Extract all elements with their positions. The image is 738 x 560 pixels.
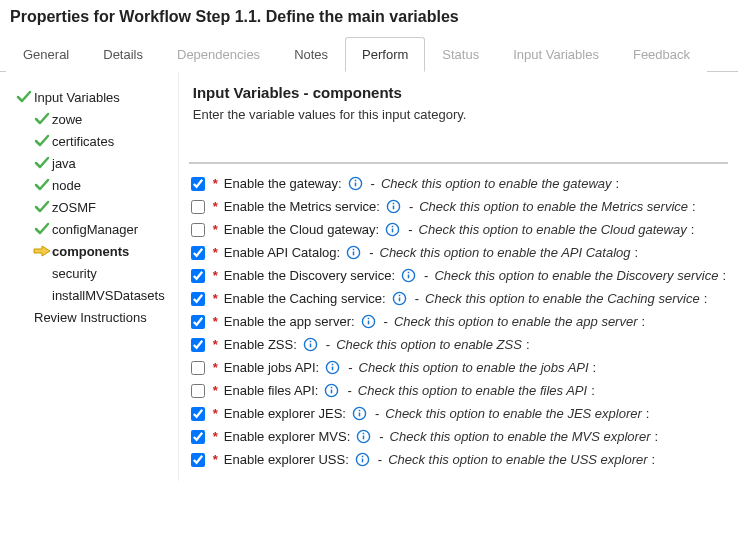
option-hint: Check this option to enable the Caching … xyxy=(425,291,700,306)
info-icon[interactable] xyxy=(325,360,340,375)
required-indicator: * xyxy=(213,199,218,214)
hint-tail: : xyxy=(646,406,650,421)
tab-status: Status xyxy=(425,37,496,72)
option-checkbox[interactable] xyxy=(191,338,205,352)
option-checkbox[interactable] xyxy=(191,269,205,283)
option-checkbox[interactable] xyxy=(191,177,205,191)
hint-tail: : xyxy=(652,452,656,467)
info-icon[interactable] xyxy=(361,314,376,329)
option-hint: Check this option to enable the Metrics … xyxy=(419,199,688,214)
info-icon[interactable] xyxy=(392,291,407,306)
sidebar-item-label: java xyxy=(52,156,76,171)
svg-rect-17 xyxy=(398,295,400,297)
info-icon[interactable] xyxy=(324,383,339,398)
check-icon xyxy=(14,89,34,105)
sidebar-item-input-variables[interactable]: Input Variables xyxy=(14,86,170,108)
info-icon[interactable] xyxy=(303,337,318,352)
info-icon[interactable] xyxy=(355,452,370,467)
sidebar-item-node[interactable]: node xyxy=(14,174,170,196)
sidebar-item-certificates[interactable]: certificates xyxy=(14,130,170,152)
info-icon[interactable] xyxy=(348,176,363,191)
hint-tail: : xyxy=(722,268,726,283)
required-indicator: * xyxy=(213,383,218,398)
option-hint: Check this option to enable the Discover… xyxy=(434,268,718,283)
tab-perform[interactable]: Perform xyxy=(345,37,425,72)
sidebar-item-java[interactable]: java xyxy=(14,152,170,174)
option-checkbox[interactable] xyxy=(191,453,205,467)
sidebar-item-configmanager[interactable]: configManager xyxy=(14,218,170,240)
sidebar-item-label: node xyxy=(52,178,81,193)
required-indicator: * xyxy=(213,291,218,306)
tab-details[interactable]: Details xyxy=(86,37,160,72)
option-label: Enable the Discovery service: xyxy=(224,268,395,283)
arrow-right-icon xyxy=(32,244,52,258)
separator: - xyxy=(369,245,373,260)
check-icon xyxy=(32,133,52,149)
tab-notes[interactable]: Notes xyxy=(277,37,345,72)
option-checkbox[interactable] xyxy=(191,200,205,214)
info-icon[interactable] xyxy=(352,406,367,421)
sidebar-item-security[interactable]: security xyxy=(14,262,170,284)
option-row: *Enable explorer JES:-Check this option … xyxy=(189,402,728,425)
svg-rect-8 xyxy=(392,226,394,228)
option-row: *Enable explorer USS:-Check this option … xyxy=(189,448,728,471)
option-row: *Enable the app server:-Check this optio… xyxy=(189,310,728,333)
option-checkbox[interactable] xyxy=(191,246,205,260)
tab-dependencies: Dependencies xyxy=(160,37,277,72)
sidebar-item-label: components xyxy=(52,244,129,259)
sidebar-item-zowe[interactable]: zowe xyxy=(14,108,170,130)
check-icon xyxy=(32,111,52,127)
check-icon xyxy=(32,221,52,237)
required-indicator: * xyxy=(213,176,218,191)
sidebar: Input Variableszowecertificatesjavanodez… xyxy=(0,72,178,481)
svg-rect-34 xyxy=(363,436,365,440)
option-label: Enable the app server: xyxy=(224,314,355,329)
svg-rect-29 xyxy=(331,387,333,389)
svg-rect-11 xyxy=(353,249,355,251)
svg-rect-13 xyxy=(408,275,410,279)
required-indicator: * xyxy=(213,452,218,467)
option-checkbox[interactable] xyxy=(191,361,205,375)
required-indicator: * xyxy=(213,222,218,237)
svg-rect-2 xyxy=(354,180,356,182)
option-checkbox[interactable] xyxy=(191,407,205,421)
info-icon[interactable] xyxy=(401,268,416,283)
info-icon[interactable] xyxy=(386,199,401,214)
option-hint: Check this option to enable the files AP… xyxy=(358,383,587,398)
sidebar-item-label: configManager xyxy=(52,222,138,237)
required-indicator: * xyxy=(213,429,218,444)
sidebar-item-installmvsdatasets[interactable]: installMVSDatasets xyxy=(14,284,170,306)
hint-tail: : xyxy=(704,291,708,306)
sidebar-item-label: Review Instructions xyxy=(34,310,147,325)
option-hint: Check this option to enable the jobs API xyxy=(359,360,589,375)
separator: - xyxy=(348,360,352,375)
option-checkbox[interactable] xyxy=(191,223,205,237)
svg-rect-23 xyxy=(310,341,312,343)
hint-tail: : xyxy=(593,360,597,375)
info-icon[interactable] xyxy=(346,245,361,260)
option-row: *Enable the Metrics service:-Check this … xyxy=(189,195,728,218)
option-row: *Enable the gateway:-Check this option t… xyxy=(189,172,728,195)
tab-feedback: Feedback xyxy=(616,37,707,72)
option-hint: Check this option to enable the USS expl… xyxy=(388,452,647,467)
option-checkbox[interactable] xyxy=(191,384,205,398)
option-checkbox[interactable] xyxy=(191,315,205,329)
option-checkbox[interactable] xyxy=(191,430,205,444)
svg-rect-14 xyxy=(408,272,410,274)
sidebar-item-review-instructions[interactable]: Review Instructions xyxy=(14,306,170,328)
required-indicator: * xyxy=(213,406,218,421)
separator: - xyxy=(375,406,379,421)
option-row: *Enable API Catalog:-Check this option t… xyxy=(189,241,728,264)
sidebar-item-zosmf[interactable]: zOSMF xyxy=(14,196,170,218)
tab-general[interactable]: General xyxy=(6,37,86,72)
option-checkbox[interactable] xyxy=(191,292,205,306)
tabs: GeneralDetailsDependenciesNotesPerformSt… xyxy=(0,36,738,72)
hint-tail: : xyxy=(654,429,658,444)
option-label: Enable jobs API: xyxy=(224,360,319,375)
sidebar-item-components[interactable]: components xyxy=(14,240,170,262)
option-label: Enable the Cloud gateway: xyxy=(224,222,379,237)
info-icon[interactable] xyxy=(356,429,371,444)
info-icon[interactable] xyxy=(385,222,400,237)
option-label: Enable the gateway: xyxy=(224,176,342,191)
separator: - xyxy=(415,291,419,306)
